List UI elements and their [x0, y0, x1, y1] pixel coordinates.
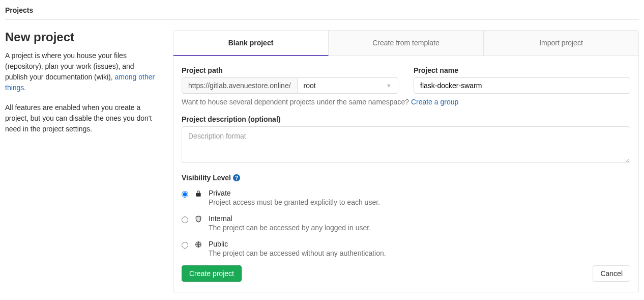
info-paragraph-2: All features are enabled when you create… — [5, 102, 158, 134]
visibility-level-label: Visibility Level ? — [182, 174, 630, 182]
visibility-option-private[interactable]: Private Project access must be granted e… — [182, 189, 630, 206]
create-group-link[interactable]: Create a group — [411, 98, 458, 106]
visibility-radio-private[interactable] — [182, 191, 188, 198]
help-icon[interactable]: ? — [233, 174, 240, 181]
main-panel: Blank project Create from template Impor… — [173, 30, 639, 292]
tab-import-project[interactable]: Import project — [484, 31, 638, 56]
tab-blank-project[interactable]: Blank project — [173, 31, 329, 56]
shield-icon — [194, 215, 202, 223]
visibility-desc-private: Project access must be granted explicitl… — [209, 198, 380, 206]
create-project-button[interactable]: Create project — [182, 265, 242, 282]
globe-icon — [194, 241, 202, 248]
lock-icon — [194, 190, 202, 197]
visibility-radio-internal[interactable] — [182, 216, 188, 223]
info-paragraph-1: A project is where you house your files … — [5, 50, 158, 93]
visibility-option-public[interactable]: Public The project can be accessed witho… — [182, 240, 630, 257]
visibility-radio-public[interactable] — [182, 242, 188, 249]
visibility-title-internal: Internal — [209, 214, 371, 223]
project-description-label: Project description (optional) — [182, 115, 630, 123]
visibility-title-private: Private — [209, 189, 380, 197]
project-name-input[interactable] — [414, 77, 630, 94]
chevron-down-icon: ▼ — [386, 83, 392, 89]
visibility-title-public: Public — [209, 240, 386, 248]
project-path-prefix: https://gitlab.avenuestore.online/ — [182, 77, 297, 94]
visibility-desc-internal: The project can be accessed by any logge… — [209, 224, 371, 232]
tab-create-from-template[interactable]: Create from template — [329, 31, 484, 56]
tabs: Blank project Create from template Impor… — [173, 31, 638, 56]
project-description-input[interactable] — [182, 126, 630, 163]
namespace-select[interactable]: root ▼ — [297, 77, 398, 94]
cancel-button[interactable]: Cancel — [593, 265, 630, 282]
namespace-value: root — [304, 81, 316, 90]
visibility-desc-public: The project can be accessed without any … — [209, 249, 386, 257]
visibility-option-internal[interactable]: Internal The project can be accessed by … — [182, 214, 630, 232]
page-title: New project — [5, 30, 158, 44]
breadcrumb[interactable]: Projects — [5, 4, 639, 19]
divider — [5, 19, 639, 20]
project-name-label: Project name — [414, 66, 630, 74]
project-path-label: Project path — [182, 66, 398, 74]
info-sidebar: New project A project is where you house… — [5, 30, 158, 144]
namespace-hint: Want to house several dependent projects… — [182, 98, 630, 106]
